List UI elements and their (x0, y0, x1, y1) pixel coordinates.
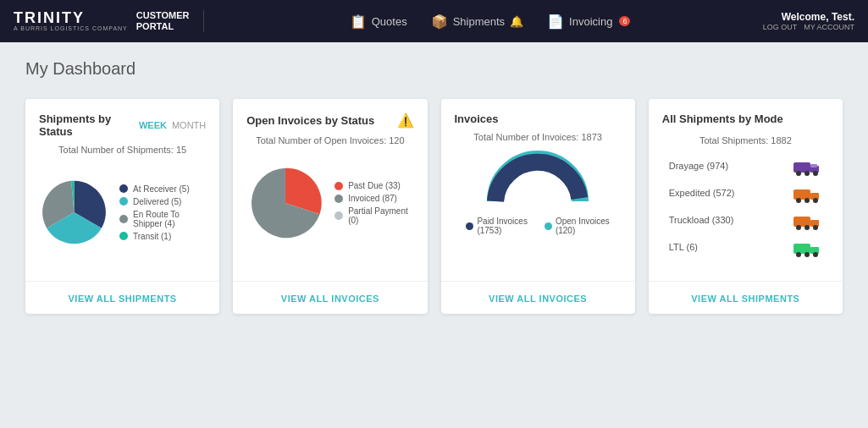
svg-point-18 (796, 252, 801, 257)
brand-name: TRINITY (14, 10, 85, 25)
legend-dot-past-due (334, 182, 343, 190)
card-shipments-status-header: Shipments by Status WEEK MONTH (39, 112, 206, 138)
shipments-total: Total Number of Shipments: 15 (39, 145, 206, 155)
nav-invoicing-label: Invoicing (569, 15, 612, 28)
brand-logo: TRINITY A BURRIS LOGISTICS COMPANY (14, 10, 128, 32)
shipments-mode-total: Total Shipments: 1882 (662, 135, 829, 145)
drayage-icon (792, 156, 822, 176)
open-invoices-chart-area: Past Due (33) Invoiced (87) Partial Paym… (246, 154, 413, 252)
legend-open-text: Open Invoices (120) (556, 217, 610, 235)
legend-dot-delivered (119, 197, 128, 206)
card-open-invoices: Open Invoices by Status ⚠️ Total Number … (233, 99, 427, 314)
invoicing-badge: 6 (619, 16, 630, 26)
dashboard-cards: Shipments by Status WEEK MONTH Total Num… (25, 99, 843, 314)
open-invoices-legend: Past Due (33) Invoiced (87) Partial Paym… (334, 181, 413, 225)
tab-month[interactable]: MONTH (172, 120, 206, 130)
legend-label-en-route: En Route To Shipper (4) (133, 210, 206, 228)
legend-paid-text: Paid Invoices (1753) (477, 217, 527, 235)
legend-dot-en-route (119, 215, 128, 223)
card-shipments-status: Shipments by Status WEEK MONTH Total Num… (25, 99, 219, 314)
card-shipments-mode-body: All Shipments by Mode Total Shipments: 1… (649, 99, 843, 281)
legend-label-transit: Transit (1) (133, 232, 171, 241)
expedited-icon (792, 183, 822, 203)
svg-point-19 (804, 252, 810, 257)
nav-shipments[interactable]: 📦 Shipments 🔔 (431, 14, 523, 30)
svg-point-9 (804, 198, 810, 203)
svg-point-15 (813, 225, 818, 230)
shipments-pie-chart (39, 170, 109, 255)
legend-label-invoiced: Invoiced (87) (348, 194, 397, 203)
open-invoices-value: (120) (556, 226, 610, 235)
legend-partial-payment: Partial Payment (0) (334, 206, 413, 225)
legend-at-receiver: At Receiver (5) (119, 184, 206, 194)
svg-point-3 (804, 171, 810, 176)
invoices-chart-area: Paid Invoices (1753) Open Invoices (120) (455, 151, 622, 235)
svg-point-10 (813, 198, 818, 203)
legend-delivered: Delivered (5) (119, 197, 206, 206)
mode-label-truckload: Truckload (330) (669, 215, 771, 225)
invoicing-icon: 📄 (547, 14, 564, 30)
shipments-legend: At Receiver (5) Delivered (5) En Route T… (119, 184, 206, 241)
alert-icon: ⚠️ (397, 112, 414, 129)
bell-icon: 🔔 (510, 15, 523, 28)
nav-invoicing[interactable]: 📄 Invoicing 6 (547, 14, 630, 30)
svg-point-13 (796, 225, 801, 230)
card-shipments-status-footer: VIEW ALL SHIPMENTS (25, 281, 219, 314)
card-invoices-header: Invoices (455, 112, 622, 125)
legend-past-due: Past Due (33) (334, 181, 413, 190)
card-shipments-status-body: Shipments by Status WEEK MONTH Total Num… (25, 99, 219, 281)
truckload-icon (792, 210, 822, 230)
page-title: My Dashboard (25, 59, 843, 79)
mode-label-drayage: Drayage (974) (669, 161, 771, 171)
legend-transit: Transit (1) (119, 232, 206, 241)
invoices-donut-chart (487, 151, 589, 210)
legend-dot-open (545, 222, 552, 230)
brand-sub: A BURRIS LOGISTICS COMPANY (14, 25, 128, 32)
legend-label-past-due: Past Due (33) (348, 181, 401, 190)
card-shipments-mode: All Shipments by Mode Total Shipments: 1… (649, 99, 843, 314)
view-all-shipments-link-2[interactable]: VIEW ALL SHIPMENTS (691, 294, 799, 304)
view-all-invoices-link-1[interactable]: VIEW ALL INVOICES (281, 294, 379, 304)
card-open-invoices-footer: VIEW ALL INVOICES (233, 281, 427, 314)
user-links: LOG OUT MY ACCOUNT (763, 23, 854, 31)
legend-dot-at-receiver (119, 184, 128, 193)
svg-rect-5 (810, 164, 817, 167)
svg-point-8 (796, 198, 801, 203)
invoices-total: Total Number of Invoices: 1873 (455, 132, 622, 142)
legend-open-invoices: Open Invoices (120) (545, 217, 610, 235)
card-shipments-mode-header: All Shipments by Mode (662, 112, 829, 125)
paid-invoices-label: Paid Invoices (477, 217, 527, 226)
nav-shipments-label: Shipments (453, 15, 505, 28)
legend-dot-partial (334, 211, 343, 220)
quotes-icon: 📋 (350, 14, 367, 30)
legend-label-partial: Partial Payment (0) (348, 206, 413, 225)
portal-label: CUSTOMERPORTAL (136, 10, 190, 32)
legend-invoiced: Invoiced (87) (334, 194, 413, 203)
tab-week[interactable]: WEEK (139, 120, 167, 130)
card-open-invoices-body: Open Invoices by Status ⚠️ Total Number … (233, 99, 427, 281)
legend-dot-paid (466, 222, 473, 230)
navbar: TRINITY A BURRIS LOGISTICS COMPANY CUSTO… (0, 0, 868, 42)
user-section: Welcome, Test. LOG OUT MY ACCOUNT (763, 11, 854, 31)
nav-quotes[interactable]: 📋 Quotes (350, 14, 407, 30)
card-invoices-body: Invoices Total Number of Invoices: 1873 (441, 99, 635, 281)
legend-dot-invoiced (334, 195, 343, 203)
mode-label-ltl: LTL (6) (669, 242, 771, 252)
logout-link[interactable]: LOG OUT (763, 23, 798, 31)
legend-paid-invoices: Paid Invoices (1753) (466, 217, 527, 235)
card-invoices: Invoices Total Number of Invoices: 1873 (441, 99, 635, 314)
view-all-shipments-link-1[interactable]: VIEW ALL SHIPMENTS (69, 294, 177, 304)
invoices-donut-legend: Paid Invoices (1753) Open Invoices (120) (466, 217, 609, 235)
nav-links: 📋 Quotes 📦 Shipments 🔔 📄 Invoicing 6 (218, 14, 763, 30)
card-open-invoices-title: Open Invoices by Status (246, 114, 374, 127)
legend-en-route: En Route To Shipper (4) (119, 210, 206, 228)
view-all-invoices-link-2[interactable]: VIEW ALL INVOICES (489, 294, 587, 304)
legend-label-delivered: Delivered (5) (133, 197, 181, 206)
svg-point-14 (804, 225, 810, 230)
card-open-invoices-header: Open Invoices by Status ⚠️ (246, 112, 413, 129)
legend-label-at-receiver: At Receiver (5) (133, 184, 190, 194)
mode-row-drayage: Drayage (974) (662, 156, 829, 176)
account-link[interactable]: MY ACCOUNT (804, 23, 854, 31)
welcome-message: Welcome, Test. (763, 11, 854, 23)
mode-row-truckload: Truckload (330) (662, 210, 829, 230)
